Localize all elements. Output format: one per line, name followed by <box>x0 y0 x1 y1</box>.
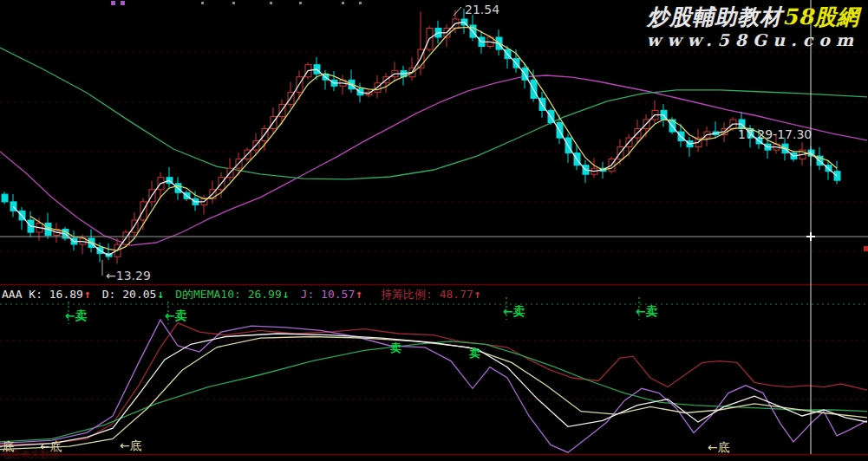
trend-arrow-icon: ↑ <box>356 288 362 301</box>
crosshair[interactable] <box>0 0 868 454</box>
indicator-value-k: AAA K: 16.89↑ <box>2 288 91 301</box>
sell-signal-markers: ←卖←卖←卖←卖卖卖 <box>65 297 658 360</box>
bottom-marker: ←底 <box>120 438 142 452</box>
top-edge-dots <box>111 1 362 5</box>
indicator-MEMA10-line <box>0 341 867 442</box>
right-edge-tick <box>864 246 868 251</box>
indicator-value-chip-ratio: 持筹比例: 48.77↑ <box>381 287 481 302</box>
candle-body <box>2 194 8 202</box>
panel-dividers <box>0 285 868 455</box>
sell-marker: ←卖 <box>65 308 88 322</box>
low-price-label: ←13.29 <box>106 269 151 282</box>
indicator-value-j: J: 10.57↑ <box>301 288 362 301</box>
trading-app-screen: ←卖←卖←卖←卖卖卖←底←底←底←底21.54←13.2917.29-17.30… <box>0 0 868 461</box>
indicator-header-row: AAA K: 16.89↑ D: 20.05↓ D的MEMA10: 26.99↓… <box>2 287 493 302</box>
bottom-marker: ←底 <box>708 440 730 454</box>
indicator-value-mema: D的MEMA10: 26.99↓ <box>175 287 289 302</box>
bottom-signal-markers: ←底←底←底←底 <box>0 438 730 454</box>
future-data-watermark: 包含未来数据 <box>2 448 59 461</box>
sell-marker: 卖 <box>469 347 480 360</box>
stock-chart-canvas[interactable]: ←卖←卖←卖←卖卖卖←底←底←底←底21.54←13.2917.29-17.30 <box>0 0 868 461</box>
trend-arrow-icon: ↓ <box>157 288 164 301</box>
watermark-url: www.58Gu.com <box>647 31 859 50</box>
price-gridlines <box>0 52 868 251</box>
sell-marker: 卖 <box>390 341 401 354</box>
current-price-label: 17.29-17.30 <box>738 127 812 141</box>
trend-arrow-icon: ↑ <box>84 288 91 301</box>
watermark-title: 炒股輔助教材58股網 <box>647 5 859 30</box>
indicator-chip-ratio-line <box>0 323 867 445</box>
sell-marker: ←卖 <box>636 304 658 318</box>
sell-marker: ←卖 <box>165 308 187 322</box>
indicator-D-line <box>0 337 867 450</box>
sell-marker: ←卖 <box>503 304 525 318</box>
indicator-value-d: D: 20.05↓ <box>102 288 164 301</box>
site-watermark: 炒股輔助教材58股網 www.58Gu.com <box>647 5 859 50</box>
indicator-K-line <box>0 334 867 446</box>
candle-body <box>834 172 840 181</box>
high-price-label: 21.54 <box>465 3 499 16</box>
trend-arrow-icon: ↑ <box>474 288 481 301</box>
indicator-J-line <box>0 320 867 452</box>
price-ma-longer-line <box>0 48 867 179</box>
watermark-title-brand: 58股網 <box>782 4 859 29</box>
price-ma-long-line <box>0 75 867 245</box>
trend-arrow-icon: ↓ <box>283 288 290 301</box>
price-ma-mid-line <box>30 28 837 251</box>
